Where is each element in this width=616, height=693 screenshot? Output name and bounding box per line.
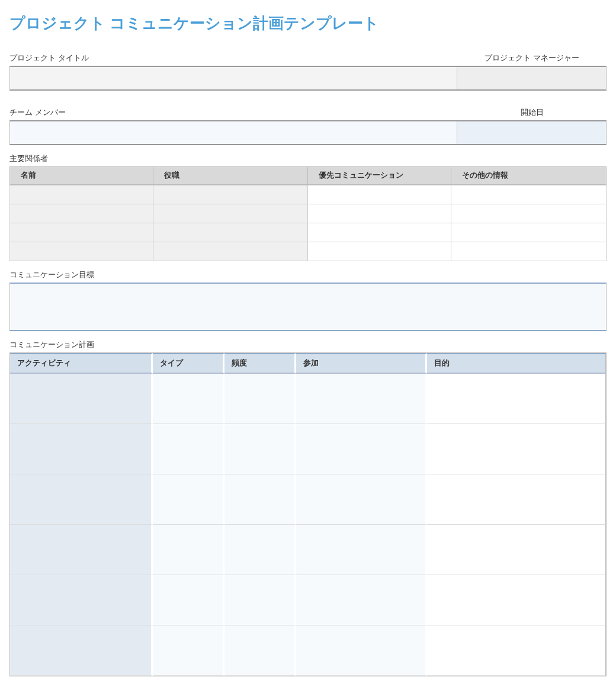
plan-type-cell[interactable] <box>153 625 224 676</box>
plan-activity-cell[interactable] <box>10 374 153 424</box>
stk-name-cell[interactable] <box>10 242 153 261</box>
plan-part-cell[interactable] <box>296 474 427 525</box>
stk-pref-cell[interactable] <box>308 185 451 204</box>
stk-pref-cell[interactable] <box>308 223 451 242</box>
plan-type-cell[interactable] <box>153 575 224 625</box>
plan-header-type: タイプ <box>153 353 224 374</box>
label-team-members: チーム メンバー <box>9 107 457 118</box>
plan-type-cell[interactable] <box>153 374 224 424</box>
plan-purpose-cell[interactable] <box>427 374 606 424</box>
plan-purpose-cell[interactable] <box>427 474 606 525</box>
stk-pref-cell[interactable] <box>308 242 451 261</box>
plan-part-cell[interactable] <box>296 625 427 676</box>
plan-activity-cell[interactable] <box>10 474 153 525</box>
table-row <box>10 242 607 261</box>
plan-part-cell[interactable] <box>296 424 427 474</box>
stakeholders-header-pref-comm: 優先コミュニケーション <box>308 167 451 185</box>
project-title-input[interactable] <box>10 67 457 89</box>
start-date-input[interactable] <box>457 121 607 144</box>
plan-type-cell[interactable] <box>153 474 224 525</box>
label-start-date: 開始日 <box>457 107 607 118</box>
plan-activity-cell[interactable] <box>10 625 153 676</box>
table-row <box>10 223 607 242</box>
plan-purpose-cell[interactable] <box>427 575 606 625</box>
stk-role-cell[interactable] <box>153 185 308 204</box>
plan-type-cell[interactable] <box>153 424 224 474</box>
team-members-input[interactable] <box>10 121 457 144</box>
plan-purpose-cell[interactable] <box>427 424 606 474</box>
stk-other-cell[interactable] <box>451 185 607 204</box>
stakeholders-header-role: 役職 <box>153 167 308 185</box>
stk-other-cell[interactable] <box>451 223 607 242</box>
table-row <box>10 575 606 625</box>
plan-header-activity: アクティビティ <box>10 353 153 374</box>
label-comm-goals: コミュニケーション目標 <box>9 270 607 280</box>
plan-activity-cell[interactable] <box>10 424 153 474</box>
plan-freq-cell[interactable] <box>224 474 296 525</box>
table-row <box>10 525 606 575</box>
plan-purpose-cell[interactable] <box>427 625 606 676</box>
label-project-manager: プロジェクト マネージャー <box>457 53 607 63</box>
plan-purpose-cell[interactable] <box>427 525 606 575</box>
plan-freq-cell[interactable] <box>224 424 296 474</box>
stk-role-cell[interactable] <box>153 204 308 223</box>
plan-freq-cell[interactable] <box>224 575 296 625</box>
stk-role-cell[interactable] <box>153 223 308 242</box>
plan-header-participation: 参加 <box>296 353 427 374</box>
label-stakeholders: 主要関係者 <box>9 153 607 164</box>
table-row <box>10 374 606 424</box>
comm-goals-input[interactable] <box>9 283 607 331</box>
stk-name-cell[interactable] <box>10 204 153 223</box>
plan-freq-cell[interactable] <box>224 625 296 676</box>
table-row <box>10 204 607 223</box>
stk-role-cell[interactable] <box>153 242 308 261</box>
label-project-title: プロジェクト タイトル <box>9 53 457 63</box>
project-title-manager-row <box>9 66 607 91</box>
stakeholders-header-name: 名前 <box>10 167 153 185</box>
stk-other-cell[interactable] <box>451 242 607 261</box>
team-startdate-row <box>9 120 607 145</box>
plan-table: アクティビティ タイプ 頻度 参加 目的 <box>9 352 607 676</box>
label-comm-plan: コミュニケーション計画 <box>9 339 607 350</box>
plan-part-cell[interactable] <box>296 374 427 424</box>
plan-header-frequency: 頻度 <box>224 353 296 374</box>
document-title: プロジェクト コミュニケーション計画テンプレート <box>9 13 607 34</box>
plan-type-cell[interactable] <box>153 525 224 575</box>
plan-header-purpose: 目的 <box>427 353 606 374</box>
plan-freq-cell[interactable] <box>224 525 296 575</box>
stk-other-cell[interactable] <box>451 204 607 223</box>
plan-freq-cell[interactable] <box>224 374 296 424</box>
stk-pref-cell[interactable] <box>308 204 451 223</box>
plan-part-cell[interactable] <box>296 575 427 625</box>
stk-name-cell[interactable] <box>10 185 153 204</box>
stk-name-cell[interactable] <box>10 223 153 242</box>
plan-activity-cell[interactable] <box>10 575 153 625</box>
table-row <box>10 474 606 525</box>
table-row <box>10 625 606 676</box>
plan-part-cell[interactable] <box>296 525 427 575</box>
project-manager-input[interactable] <box>457 67 607 89</box>
stakeholders-header-other: その他の情報 <box>451 167 607 185</box>
plan-activity-cell[interactable] <box>10 525 153 575</box>
table-row <box>10 185 607 204</box>
table-row <box>10 424 606 474</box>
stakeholders-table: 名前 役職 優先コミュニケーション その他の情報 <box>9 166 607 261</box>
